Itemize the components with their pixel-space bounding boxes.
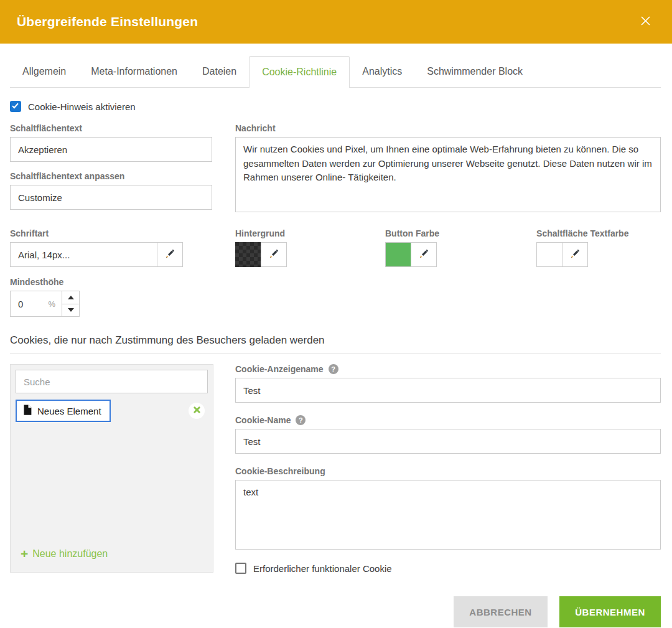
font-edit-button[interactable] [157,242,183,267]
add-new-cookie-label: Neue hinzufügen [32,548,108,560]
tab-schwimmender-block[interactable]: Schwimmender Block [414,56,535,87]
display-name-label-row: Cookie-Anzeigename ? [235,364,661,374]
triangle-down-icon [68,308,74,312]
tab-meta-informationen[interactable]: Meta-Informationen [78,56,190,87]
dialog-footer: ABBRECHEN ÜBERNEHMEN [10,596,661,627]
button-text-color-edit-button[interactable] [562,242,588,267]
dialog-title: Übergreifende Einstellungen [17,14,198,29]
tab-allgemein[interactable]: Allgemein [10,56,78,87]
pencil-icon [165,248,175,261]
font-group: Schriftart Arial, 14px... [10,228,184,267]
stepper-up-button[interactable] [62,291,80,304]
display-name-label: Cookie-Anzeigename [235,364,324,374]
cookie-name-label-row: Cookie-Name ? [235,415,661,425]
font-label: Schriftart [10,228,184,238]
check-icon [12,102,18,109]
search-input[interactable] [16,370,208,393]
tab-cookie-richtlinie[interactable]: Cookie-Richtlinie [249,56,350,88]
button-color-edit-button[interactable] [411,242,437,267]
settings-dialog: Übergreifende Einstellungen Allgemein Me… [0,0,672,628]
min-height-stepper [62,291,80,317]
description-label: Cookie-Beschreibung [235,466,661,476]
button-text-color-swatch[interactable] [536,242,562,267]
enable-cookie-notice-row: Cookie-Hinweis aktivieren [10,101,661,112]
pencil-icon [419,248,429,261]
dialog-header: Übergreifende Einstellungen [0,0,672,44]
cookie-list-item-label: Neues Element [37,406,101,416]
cookie-detail-form: Cookie-Anzeigename ? Cookie-Name ? Cooki… [235,364,661,574]
required-cookie-row: Erforderlicher funktionaler Cookie [235,563,661,574]
plus-icon: + [21,549,28,559]
remove-item-button[interactable] [189,403,205,419]
min-height-input[interactable]: 0 % [10,291,62,317]
section-divider [10,354,661,354]
cookie-list-item-row: Neues Element [16,400,208,422]
background-edit-button[interactable] [261,242,287,267]
close-button[interactable] [637,14,653,30]
tab-analytics[interactable]: Analytics [350,56,414,87]
button-color-group: Button Farbe [385,228,439,267]
min-height-label: Mindesthöhe [10,277,661,287]
message-label: Nachricht [235,123,661,133]
display-name-input[interactable] [235,378,661,403]
button-color-label: Button Farbe [385,228,439,238]
tab-bar: Allgemein Meta-Informationen Dateien Coo… [10,56,661,88]
cookie-notice-checkbox-label: Cookie-Hinweis aktivieren [28,101,136,112]
add-new-cookie-link[interactable]: + Neue hinzufügen [16,548,208,567]
customize-text-input[interactable] [10,185,212,210]
cookies-section-heading: Cookies, die nur nach Zustimmung des Bes… [10,334,661,347]
min-height-value: 0 [18,299,23,309]
stepper-down-button[interactable] [62,304,80,317]
background-group: Hintergrund [235,228,287,267]
help-icon[interactable]: ? [329,364,338,374]
tab-dateien[interactable]: Dateien [190,56,249,87]
cookie-notice-checkbox[interactable] [10,101,21,112]
required-cookie-label: Erforderlicher funktionaler Cookie [253,563,392,574]
cookie-name-label: Cookie-Name [235,415,291,425]
help-icon[interactable]: ? [296,415,306,425]
button-text-label: Schaltflächentext [10,123,212,133]
required-cookie-checkbox[interactable] [235,563,246,574]
customize-text-label: Schaltflächentext anpassen [10,171,212,181]
close-icon [640,16,651,29]
description-textarea[interactable]: text [235,480,661,550]
pencil-icon [570,248,581,261]
font-value-field[interactable]: Arial, 14px... [10,242,157,267]
button-text-color-label: Schaltfläche Textfarbe [536,228,628,238]
background-color-swatch[interactable] [235,242,261,267]
background-label: Hintergrund [235,228,287,238]
cookie-name-input[interactable] [235,429,661,454]
button-text-color-group: Schaltfläche Textfarbe [536,228,628,267]
min-height-unit: % [48,299,55,309]
pencil-icon [269,248,279,261]
button-color-swatch[interactable] [385,242,411,267]
cookie-list-panel: Neues Element + Neue hinzufügen [10,364,213,573]
min-height-group: Mindesthöhe 0 % [10,277,661,317]
x-icon [192,405,202,417]
cancel-button[interactable]: ABBRECHEN [454,596,548,627]
cookie-list-item[interactable]: Neues Element [16,400,111,422]
message-textarea[interactable]: Wir nutzen Cookies und Pixel, um Ihnen e… [235,137,661,212]
message-column: Nachricht Wir nutzen Cookies und Pixel, … [235,123,661,215]
file-icon [22,404,32,418]
triangle-up-icon [68,296,74,299]
button-text-input[interactable] [10,137,212,162]
left-column: Schaltflächentext Schaltflächentext anpa… [10,123,212,215]
apply-button[interactable]: ÜBERNEHMEN [559,596,661,627]
